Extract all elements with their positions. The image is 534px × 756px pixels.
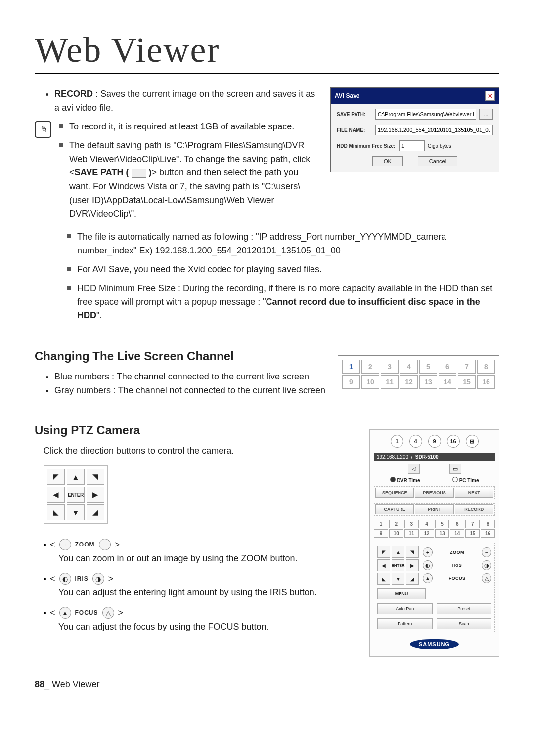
scan-button[interactable]: Scan: [437, 618, 492, 629]
dir-up-right[interactable]: ◥: [87, 469, 104, 485]
channel-cell[interactable]: 16: [477, 375, 495, 389]
iris-label: IRIS: [435, 563, 479, 568]
dir-up[interactable]: ▲: [392, 546, 404, 558]
dir-down[interactable]: ▼: [392, 573, 404, 585]
split-1-button[interactable]: 1: [391, 435, 403, 448]
dir-up-left[interactable]: ◤: [47, 469, 65, 485]
channel-cell[interactable]: 10: [361, 375, 379, 389]
channel-cell[interactable]: 3: [381, 360, 399, 374]
channel-cell[interactable]: 12: [420, 529, 434, 538]
split-full-button[interactable]: ⊞: [466, 435, 479, 448]
channel-cell[interactable]: 8: [477, 360, 495, 374]
bullet-icon: [44, 544, 46, 546]
channel-cell[interactable]: 7: [465, 520, 480, 528]
dir-up[interactable]: ▲: [67, 469, 85, 485]
dir-up-left[interactable]: ◤: [377, 546, 390, 558]
channel-cell[interactable]: 3: [404, 520, 419, 528]
close-icon[interactable]: ✕: [485, 91, 495, 101]
channel-cell[interactable]: 13: [419, 375, 437, 389]
capture-button[interactable]: CAPTURE: [375, 504, 414, 514]
bracket-left: <: [50, 574, 55, 584]
zoom-out-icon[interactable]: −: [99, 539, 111, 550]
dir-right[interactable]: ▶: [406, 559, 419, 571]
previous-button[interactable]: PREVIOUS: [415, 488, 453, 498]
ok-button[interactable]: OK: [372, 156, 403, 166]
save-path-input[interactable]: [375, 109, 476, 120]
record-desc: : Saves the current image on the screen …: [54, 89, 315, 113]
dir-down-right[interactable]: ◢: [406, 573, 419, 585]
play-mode-button[interactable]: ▭: [449, 464, 461, 474]
split-9-button[interactable]: 9: [428, 435, 441, 448]
pattern-button[interactable]: Pattern: [377, 618, 433, 629]
split-16-button[interactable]: 16: [447, 435, 460, 448]
preset-button[interactable]: Preset: [437, 603, 492, 614]
play-prev-button[interactable]: ◁: [408, 464, 420, 474]
record-button[interactable]: RECORD: [455, 504, 493, 514]
channel-cell[interactable]: 2: [389, 520, 403, 528]
channel-cell[interactable]: 6: [439, 360, 456, 374]
channel-cell[interactable]: 1: [342, 360, 360, 374]
dir-down-left[interactable]: ◣: [377, 573, 390, 585]
channel-cell[interactable]: 14: [439, 375, 456, 389]
focus-far-icon[interactable]: △: [102, 607, 114, 619]
channel-cell[interactable]: 11: [404, 529, 419, 538]
channel-cell[interactable]: 15: [458, 375, 476, 389]
dir-up-right[interactable]: ◥: [406, 546, 419, 558]
iris-close-icon[interactable]: ◐: [59, 573, 71, 585]
iris-open-icon[interactable]: ◑: [482, 560, 491, 570]
pc-time-radio[interactable]: PC Time: [452, 477, 479, 483]
page-title: Web Viewer: [35, 30, 499, 74]
model-label: SDR-5100: [415, 454, 439, 460]
channel-cell[interactable]: 15: [465, 529, 480, 538]
channel-cell[interactable]: 9: [342, 375, 360, 389]
menu-button[interactable]: MENU: [377, 588, 426, 599]
channel-cell[interactable]: 11: [381, 375, 399, 389]
dir-left[interactable]: ◀: [377, 559, 390, 571]
zoom-in-icon[interactable]: +: [423, 547, 433, 557]
focus-near-icon[interactable]: ▲: [59, 607, 71, 619]
channel-cell[interactable]: 10: [389, 529, 403, 538]
next-button[interactable]: NEXT: [455, 488, 493, 498]
section-title-channel: Changing The Live Screen Channel: [35, 349, 328, 363]
enter-button[interactable]: ENTER: [67, 487, 85, 503]
sequence-button[interactable]: SEQUENCE: [375, 488, 414, 498]
file-name-label: FILE NAME:: [337, 127, 372, 133]
channel-cell[interactable]: 8: [481, 520, 495, 528]
channel-cell[interactable]: 13: [435, 529, 449, 538]
dir-left[interactable]: ◀: [47, 487, 65, 503]
page-number: 88: [35, 679, 44, 689]
channel-cell[interactable]: 9: [374, 529, 388, 538]
dir-down[interactable]: ▼: [67, 504, 85, 520]
dir-right[interactable]: ▶: [87, 487, 104, 503]
channel-cell[interactable]: 2: [361, 360, 379, 374]
iris-close-icon[interactable]: ◐: [423, 560, 433, 570]
cancel-button[interactable]: Cancel: [418, 156, 457, 166]
note-item: The default saving path is "C:\Program F…: [58, 139, 320, 221]
channel-cell[interactable]: 5: [419, 360, 437, 374]
zoom-out-icon[interactable]: −: [482, 547, 491, 557]
auto-pan-button[interactable]: Auto Pan: [377, 603, 433, 614]
dialog-title: AVI Save: [335, 92, 359, 99]
split-4-button[interactable]: 4: [409, 435, 422, 448]
channel-cell[interactable]: 7: [458, 360, 476, 374]
file-name-input[interactable]: [375, 125, 493, 135]
channel-cell[interactable]: 14: [450, 529, 464, 538]
iris-open-icon[interactable]: ◑: [92, 573, 104, 585]
channel-cell[interactable]: 5: [435, 520, 449, 528]
channel-cell[interactable]: 1: [374, 520, 388, 528]
enter-button[interactable]: ENTER: [392, 559, 404, 571]
focus-near-icon[interactable]: ▲: [423, 573, 433, 583]
channel-cell[interactable]: 4: [400, 360, 418, 374]
dvr-time-radio[interactable]: DVR Time: [390, 477, 420, 483]
hdd-size-input[interactable]: [399, 140, 425, 151]
focus-far-icon[interactable]: △: [482, 573, 491, 583]
dir-down-right[interactable]: ◢: [87, 504, 104, 520]
channel-cell[interactable]: 6: [450, 520, 464, 528]
channel-cell[interactable]: 4: [420, 520, 434, 528]
channel-cell[interactable]: 16: [481, 529, 495, 538]
print-button[interactable]: PRINT: [415, 504, 453, 514]
zoom-in-icon[interactable]: +: [59, 539, 71, 550]
browse-button[interactable]: ...: [479, 109, 493, 120]
channel-cell[interactable]: 12: [400, 375, 418, 389]
dir-down-left[interactable]: ◣: [47, 504, 65, 520]
